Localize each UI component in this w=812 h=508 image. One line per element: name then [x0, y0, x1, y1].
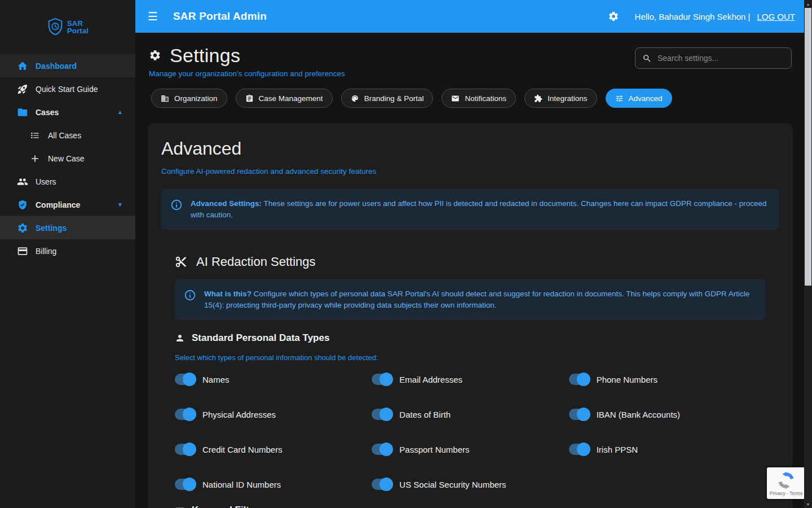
main-content: Settings Manage your organization's conf… — [135, 33, 804, 508]
tab-branding-portal[interactable]: Branding & Portal — [341, 89, 434, 108]
sidebar-item-label: All Cases — [48, 131, 81, 140]
settings-tabs: OrganizationCase ManagementBranding & Po… — [151, 89, 804, 108]
tab-organization[interactable]: Organization — [151, 89, 227, 108]
sidebar-item-label: Quick Start Guide — [36, 85, 98, 94]
toggle-row-physical-addresses: Physical Addresses — [175, 408, 372, 421]
person-icon — [175, 333, 185, 343]
toggle-physical-addresses[interactable] — [175, 409, 195, 420]
tab-advanced[interactable]: Advanced — [606, 89, 672, 108]
sidebar-item-new-case[interactable]: New Case — [0, 147, 135, 170]
tab-label: Branding & Portal — [364, 94, 424, 103]
toggle-row-credit-card-numbers: Credit Card Numbers — [175, 443, 372, 456]
filter-icon — [175, 505, 185, 508]
home-icon — [17, 60, 28, 72]
sidebar-item-users[interactable]: Users — [0, 170, 135, 193]
topbar: ☰ SAR Portal Admin Hello, Bahadur Singh … — [135, 0, 804, 33]
toggle-phone-numbers[interactable] — [569, 374, 589, 385]
toggle-email-addresses[interactable] — [372, 374, 392, 385]
toggle-passport-numbers[interactable] — [372, 444, 392, 455]
toggle-label: National ID Numbers — [202, 480, 281, 489]
sidebar: SAR Portal DashboardQuick Start GuideCas… — [0, 0, 135, 508]
info-icon — [170, 199, 183, 211]
toggle-names[interactable] — [175, 374, 195, 385]
toggle-row-phone-numbers: Phone Numbers — [569, 373, 766, 386]
sidebar-item-quick-start[interactable]: Quick Start Guide — [0, 77, 135, 100]
tab-label: Case Management — [259, 94, 323, 103]
sidebar-item-dashboard[interactable]: Dashboard — [0, 54, 135, 77]
data-types-heading: Standard Personal Data Types — [175, 332, 766, 344]
logo-text: SAR Portal — [67, 20, 89, 34]
chevron-down-icon[interactable]: ▼ — [117, 202, 123, 208]
rocket-icon — [17, 84, 28, 95]
toggle-label: Names — [202, 375, 230, 384]
toggle-label: Dates of Birth — [399, 410, 451, 419]
toggle-label: Email Addresses — [399, 375, 462, 384]
scrollbar-thumb[interactable] — [805, 8, 811, 286]
ai-redaction-heading: AI Redaction Settings — [175, 255, 766, 269]
toggle-label: US Social Security Numbers — [399, 480, 506, 489]
settings-search[interactable] — [635, 47, 792, 69]
search-input[interactable] — [657, 54, 784, 63]
search-icon — [642, 54, 652, 63]
shield-check-icon — [17, 199, 28, 211]
tab-notifications[interactable]: Notifications — [442, 89, 516, 108]
info-body: Configure which types of personal data S… — [204, 290, 749, 309]
toggle-iban-bank-accounts[interactable] — [569, 409, 589, 420]
toggle-irish-ppsn[interactable] — [569, 444, 589, 455]
palette-icon — [351, 94, 359, 103]
scrollbar-down-arrow[interactable]: ▼ — [804, 500, 812, 508]
logout-link[interactable]: LOG OUT — [757, 12, 795, 21]
tab-label: Integrations — [548, 94, 588, 103]
scissors-icon — [175, 256, 187, 268]
settings-gear-icon — [149, 49, 161, 62]
users-icon — [17, 176, 28, 187]
tab-integrations[interactable]: Integrations — [524, 89, 597, 108]
tab-label: Organization — [174, 94, 218, 103]
recaptcha-logo-icon — [776, 471, 796, 490]
toggle-dates-of-birth[interactable] — [372, 409, 392, 420]
hamburger-menu-icon[interactable]: ☰ — [148, 11, 158, 22]
toggle-row-national-id-numbers: National ID Numbers — [175, 478, 372, 491]
panel-title: Advanced — [161, 137, 779, 160]
tab-label: Advanced — [629, 94, 663, 103]
toggle-row-iban-bank-accounts: IBAN (Bank Accounts) — [569, 408, 766, 421]
sidebar-item-compliance[interactable]: Compliance▼ — [0, 193, 135, 216]
recaptcha-badge[interactable]: Privacy - Terms — [767, 467, 805, 499]
credit-card-icon — [17, 246, 28, 257]
toggle-credit-card-numbers[interactable] — [175, 444, 195, 455]
data-types-hint: Select which types of personal informati… — [175, 353, 766, 362]
mail-icon — [451, 94, 460, 103]
user-greeting: Hello, Bahadur Singh Sekhon | — [635, 12, 751, 21]
page-title: Settings — [170, 45, 240, 67]
building-icon — [161, 94, 169, 103]
sidebar-item-all-cases[interactable]: All Cases — [0, 124, 135, 147]
recaptcha-privacy-terms[interactable]: Privacy - Terms — [770, 491, 802, 496]
sidebar-item-label: Compliance — [36, 200, 80, 209]
tab-label: Notifications — [465, 94, 506, 103]
tab-case-management[interactable]: Case Management — [236, 89, 333, 108]
chevron-up-icon[interactable]: ▲ — [117, 109, 123, 115]
gear-icon — [17, 222, 28, 234]
info-lead: What is this? — [204, 290, 251, 298]
toggle-row-names: Names — [175, 373, 372, 386]
app-title: SAR Portal Admin — [173, 10, 267, 23]
toggle-national-id-numbers[interactable] — [175, 479, 195, 490]
clipboard-icon — [245, 94, 254, 103]
keyword-filters-heading: Keyword Filters — [175, 505, 766, 508]
sidebar-item-label: New Case — [48, 154, 85, 163]
sidebar-item-billing[interactable]: Billing — [0, 239, 135, 262]
gear-icon[interactable] — [608, 11, 619, 22]
sidebar-item-label: Dashboard — [36, 62, 77, 71]
page-scrollbar: ▲ ▼ — [804, 0, 812, 508]
sidebar-item-label: Users — [36, 177, 56, 186]
sidebar-item-cases[interactable]: Cases▲ — [0, 100, 135, 124]
advanced-panel: Advanced Configure AI-powered redaction … — [148, 123, 793, 508]
toggle-us-social-security-numbers[interactable] — [372, 479, 392, 490]
panel-subtitle: Configure AI-powered redaction and advan… — [161, 167, 779, 176]
scrollbar-up-arrow[interactable]: ▲ — [804, 0, 812, 8]
toggle-label: IBAN (Bank Accounts) — [597, 410, 680, 419]
folder-icon — [17, 107, 28, 118]
toggle-label: Physical Addresses — [202, 410, 276, 419]
sidebar-item-settings[interactable]: Settings — [0, 216, 135, 239]
list-icon — [29, 130, 41, 141]
